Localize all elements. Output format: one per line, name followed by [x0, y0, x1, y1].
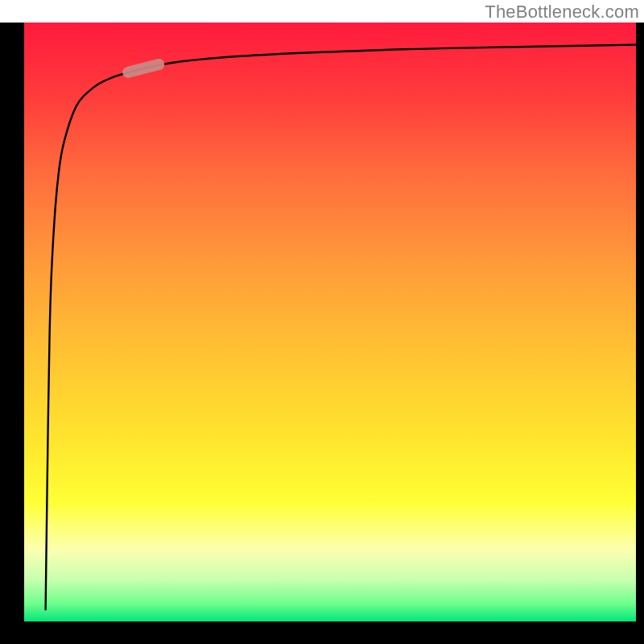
plot-area — [24, 23, 636, 621]
curve-marker — [128, 64, 159, 72]
frame-bottom — [0, 621, 644, 644]
watermark-text: TheBottleneck.com — [485, 2, 639, 23]
chart-container: TheBottleneck.com — [0, 0, 644, 644]
frame-left — [0, 23, 24, 644]
bottleneck-chart — [0, 0, 644, 644]
frame-right — [636, 23, 644, 644]
